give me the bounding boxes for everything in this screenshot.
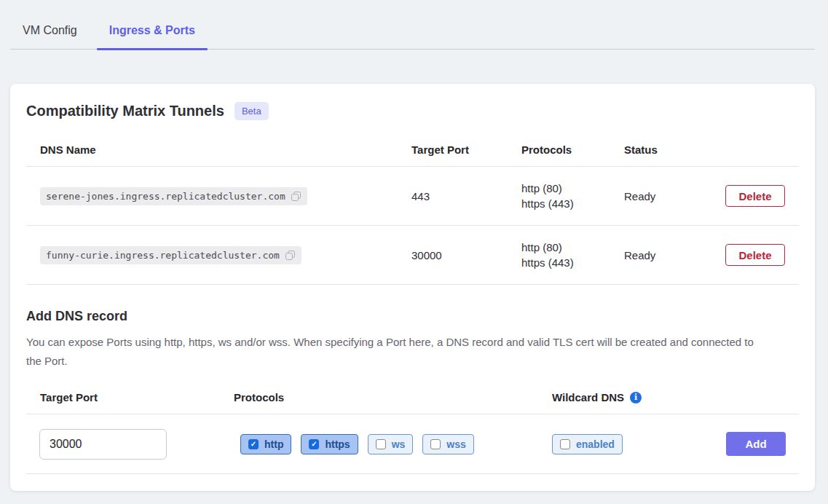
copy-icon[interactable] <box>291 191 301 202</box>
label-protocols: Protocols <box>234 391 552 403</box>
label-wildcard-dns: Wildcard DNS <box>552 391 624 403</box>
info-icon[interactable] <box>630 392 642 403</box>
header-protocols: Protocols <box>521 143 624 156</box>
checkbox-icon <box>430 439 441 449</box>
status-value: Ready <box>624 249 718 261</box>
protocol-chips: http https ws wss <box>240 434 552 454</box>
card-title: Compatibility Matrix Tunnels <box>26 103 224 119</box>
tab-ingress-ports[interactable]: Ingress & Ports <box>97 24 208 49</box>
protocol-checkbox-http[interactable]: http <box>240 434 291 454</box>
dns-name-text: funny-curie.ingress.replicatedcluster.co… <box>46 250 280 261</box>
header-target-port: Target Port <box>411 143 521 156</box>
checkbox-icon <box>248 439 259 449</box>
add-form-header: Target Port Protocols Wildcard DNS <box>26 391 799 414</box>
wildcard-enabled-checkbox[interactable]: enabled <box>552 434 623 454</box>
copy-icon[interactable] <box>285 250 296 261</box>
table-header: DNS Name Target Port Protocols Status <box>26 143 799 167</box>
delete-button[interactable]: Delete <box>725 244 785 266</box>
delete-button[interactable]: Delete <box>725 185 785 207</box>
header-dns-name: DNS Name <box>26 143 411 156</box>
protocol-checkbox-https[interactable]: https <box>301 434 358 454</box>
tunnels-card: Compatibility Matrix Tunnels Beta DNS Na… <box>10 84 815 491</box>
table-row: serene-jones.ingress.replicatedcluster.c… <box>26 167 799 226</box>
protocol-checkbox-wss[interactable]: wss <box>422 434 473 454</box>
protocols-value: http (80) https (443) <box>521 181 624 211</box>
dns-name-text: serene-jones.ingress.replicatedcluster.c… <box>46 191 285 202</box>
dns-name-pill: funny-curie.ingress.replicatedcluster.co… <box>40 246 301 264</box>
add-dns-description: You can expose Ports using http, https, … <box>26 333 758 371</box>
checkbox-icon <box>560 439 570 449</box>
add-dns-heading: Add DNS record <box>26 307 799 326</box>
protocols-value: http (80) https (443) <box>521 240 624 270</box>
target-port-value: 443 <box>411 190 521 202</box>
checkbox-icon <box>309 439 319 449</box>
tab-bar: VM Config Ingress & Ports <box>10 0 815 50</box>
status-value: Ready <box>624 190 718 202</box>
beta-badge: Beta <box>234 102 269 120</box>
target-port-input[interactable] <box>39 429 167 460</box>
target-port-value: 30000 <box>411 249 521 261</box>
dns-name-pill: serene-jones.ingress.replicatedcluster.c… <box>40 187 307 205</box>
add-form-row: http https ws wss enabled Add <box>26 414 799 474</box>
add-button[interactable]: Add <box>726 432 786 456</box>
table-row: funny-curie.ingress.replicatedcluster.co… <box>26 226 799 285</box>
card-title-row: Compatibility Matrix Tunnels Beta <box>26 100 799 122</box>
protocol-checkbox-ws[interactable]: ws <box>368 434 414 454</box>
tab-vm-config[interactable]: VM Config <box>10 24 90 49</box>
label-target-port: Target Port <box>26 391 234 403</box>
header-status: Status <box>624 143 718 156</box>
checkbox-icon <box>376 439 386 449</box>
